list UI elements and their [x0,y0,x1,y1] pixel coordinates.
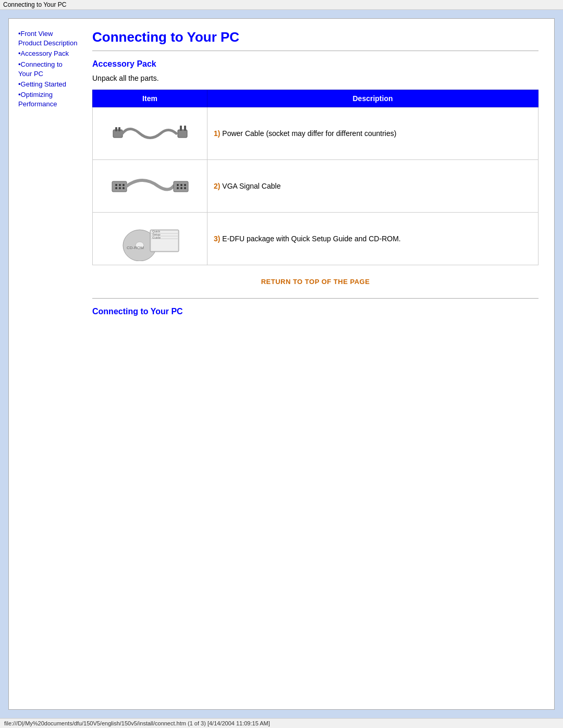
sidebar-link-connecting[interactable]: •Connecting to Your PC [18,60,78,79]
vga-cable-image [108,165,192,207]
svg-point-8 [119,184,121,186]
sidebar: •Front View Product Description •Accesso… [14,24,82,704]
svg-rect-3 [178,130,187,138]
svg-text:CD-ROM: CD-ROM [127,245,144,250]
svg-rect-4 [180,126,182,131]
table-header-description: Description [207,90,538,107]
sidebar-link-started[interactable]: •Getting Started [18,80,78,89]
svg-rect-0 [113,130,123,138]
svg-point-15 [180,184,182,186]
svg-point-12 [123,187,125,189]
item-image-cell-2 [93,160,207,213]
table-row: 2) VGA Signal Cable [93,160,538,213]
intro-text: Unpack all the parts. [92,74,538,82]
svg-rect-5 [184,126,186,131]
svg-point-17 [177,187,179,189]
item-image-cell-3: CD-ROM Quick Setup [93,213,207,265]
svg-point-7 [115,184,117,186]
item-desc-text-2: VGA Signal Cable [222,182,280,190]
item-desc-text-1: Power Cable (socket may differ for diffe… [222,129,396,138]
svg-rect-1 [115,127,117,131]
svg-point-14 [177,184,179,186]
edfu-package-svg: CD-ROM Quick Setup [111,217,189,261]
svg-rect-6 [112,181,127,192]
vga-cable-svg [111,167,189,206]
edfu-package-image: CD-ROM Quick Setup [108,218,192,260]
title-bar: Connecting to Your PC [0,0,563,10]
title-bar-text: Connecting to Your PC [3,1,66,8]
svg-point-18 [180,187,182,189]
return-to-top-link[interactable]: RETURN TO TOP OF THE PAGE [92,278,538,286]
item-image-cell-1 [93,107,207,160]
status-bar-text: file:///D|/My%20documents/dfu/150V5/engl… [4,720,270,726]
content-area: Connecting to Your PC Accessory Pack Unp… [82,24,549,704]
table-row: 1) Power Cable (socket may differ for di… [93,107,538,160]
sidebar-link-accessory[interactable]: •Accessory Pack [18,49,78,58]
item-number-3: 3) [214,235,220,243]
svg-point-19 [184,187,186,189]
item-desc-cell-2: 2) VGA Signal Cable [207,160,538,213]
status-bar: file:///D|/My%20documents/dfu/150V5/engl… [0,718,563,728]
item-desc-text-3: E-DFU package with Quick Setup Guide and… [222,235,400,243]
accessory-heading: Accessory Pack [92,59,538,69]
svg-rect-2 [118,127,120,131]
svg-point-9 [123,184,125,186]
svg-point-10 [115,187,117,189]
power-cable-svg [111,114,189,153]
item-number-1: 1) [214,129,220,138]
svg-point-11 [119,187,121,189]
sidebar-link-performance[interactable]: •Optimizing Performance [18,90,78,109]
sidebar-link-front-view[interactable]: •Front View Product Description [18,29,78,48]
item-number-2: 2) [214,182,220,190]
item-desc-cell-3: 3) E-DFU package with Quick Setup Guide … [207,213,538,265]
table-header-item: Item [93,90,207,107]
accessory-table: Item Description [92,90,538,265]
svg-rect-13 [174,181,188,192]
page-title: Connecting to Your PC [92,29,538,45]
divider-top [92,51,538,51]
divider-middle [92,298,538,299]
table-row: CD-ROM Quick Setup [93,213,538,265]
svg-text:Guide: Guide [152,236,161,239]
svg-point-16 [184,184,186,186]
power-cable-image [108,113,192,154]
item-desc-cell-1: 1) Power Cable (socket may differ for di… [207,107,538,160]
connecting-section-heading: Connecting to Your PC [92,307,538,316]
